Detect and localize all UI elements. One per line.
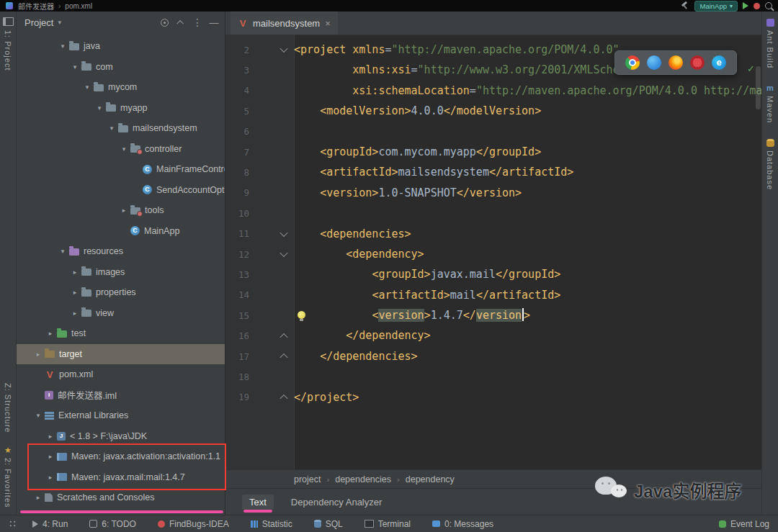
statusbar-item-todo[interactable]: 6: TODO bbox=[89, 519, 136, 529]
statusbar-item-terminal[interactable]: Terminal bbox=[365, 519, 411, 529]
todo-icon bbox=[89, 520, 97, 528]
editor-scrollbar-thumb[interactable] bbox=[756, 66, 761, 109]
tree-item[interactable]: ▸tools bbox=[16, 200, 225, 221]
run-config-chip[interactable]: MainApp ▾ bbox=[694, 1, 738, 12]
chevron-collapsed-icon[interactable]: ▸ bbox=[33, 351, 43, 358]
chevron-collapsed-icon[interactable]: ▸ bbox=[70, 289, 80, 296]
firefox-icon[interactable] bbox=[669, 55, 683, 70]
safari-icon[interactable] bbox=[647, 55, 661, 70]
code-text: <groupId>javax.mail</groupId> bbox=[294, 264, 560, 284]
statusbar-item-statistic[interactable]: Statistic bbox=[251, 519, 292, 529]
chevron-collapsed-icon[interactable]: ▸ bbox=[45, 433, 55, 440]
chevron-expanded-icon[interactable]: ▾ bbox=[70, 63, 80, 71]
chevron-collapsed-icon[interactable]: ▸ bbox=[45, 330, 55, 337]
line-number: 4 bbox=[225, 85, 249, 96]
tree-item[interactable]: ▾resources bbox=[16, 241, 225, 262]
tree-item[interactable]: ▸properties bbox=[16, 282, 225, 303]
editor-tab-mailsendsystem[interactable]: V mailsendsystem × bbox=[231, 12, 338, 35]
chevron-expanded-icon[interactable]: ▾ bbox=[33, 412, 43, 419]
line-number: 14 bbox=[225, 289, 249, 300]
fold-marker-expanded-icon[interactable] bbox=[249, 224, 294, 244]
tree-item[interactable]: ▾myapp bbox=[16, 98, 225, 119]
tree-item[interactable]: I邮件发送器.iml bbox=[16, 385, 225, 406]
breadcrumb-item[interactable]: dependency bbox=[406, 474, 455, 484]
breadcrumb-item[interactable]: dependencies bbox=[335, 474, 391, 484]
breadcrumb-separator-icon: › bbox=[327, 475, 330, 484]
chevron-expanded-icon[interactable]: ▾ bbox=[119, 145, 129, 153]
toolwindow-button-maven[interactable]: mMaven bbox=[766, 84, 774, 123]
titlebar-crumb[interactable]: pom.xml bbox=[65, 2, 92, 10]
toolwindow-button-1-project[interactable]: 1: Project bbox=[4, 30, 12, 71]
chevron-expanded-icon[interactable]: ▾ bbox=[58, 248, 68, 255]
intention-bulb-icon[interactable] bbox=[298, 311, 305, 319]
code-line: 19</project> bbox=[225, 387, 762, 407]
toolwindow-button-z-structure[interactable]: Z: Structure bbox=[4, 383, 12, 433]
code-editor[interactable]: 2<project xmlns="http://maven.apache.org… bbox=[225, 35, 762, 469]
fold-marker-end-icon[interactable] bbox=[249, 325, 294, 346]
chevron-collapsed-icon[interactable]: ▸ bbox=[70, 269, 80, 276]
scratches-icon bbox=[45, 493, 53, 502]
code-line: 4 xsi:schemaLocation="http://maven.apach… bbox=[225, 81, 762, 101]
tree-item[interactable]: ▸view bbox=[16, 303, 225, 324]
breadcrumb-separator-icon: › bbox=[397, 475, 400, 484]
statusbar-item-messages[interactable]: 0: Messages bbox=[432, 519, 493, 529]
tree-item[interactable]: ▸target bbox=[16, 344, 225, 365]
toolwindow-grid-icon[interactable] bbox=[9, 520, 17, 528]
statusbar-item-event-log[interactable]: Event Log bbox=[719, 519, 769, 529]
toolwindow-button-database[interactable]: Database bbox=[766, 139, 774, 190]
collapse-all-icon[interactable] bbox=[176, 17, 186, 27]
tree-item[interactable]: Vpom.xml bbox=[16, 364, 225, 385]
titlebar-crumb[interactable]: 邮件发送器 bbox=[18, 1, 54, 12]
fold-gutter bbox=[249, 142, 294, 162]
breadcrumb-item[interactable]: project bbox=[294, 474, 321, 484]
fold-marker-end-icon[interactable] bbox=[249, 346, 294, 366]
debug-button-icon[interactable] bbox=[754, 3, 760, 9]
chevron-expanded-icon[interactable]: ▾ bbox=[94, 104, 104, 112]
chevron-collapsed-icon[interactable]: ▸ bbox=[33, 494, 43, 501]
opera-icon[interactable] bbox=[690, 55, 705, 70]
code-text: <dependencies> bbox=[294, 224, 411, 244]
toolwindow-button-2-favorites[interactable]: ★2: Favorites bbox=[4, 446, 12, 508]
close-tab-icon[interactable]: × bbox=[325, 19, 331, 28]
toolwindow-button-ant-build[interactable]: Ant Build bbox=[766, 19, 774, 68]
statusbar-item-run[interactable]: 4: Run bbox=[32, 519, 68, 529]
tree-item[interactable]: CSendAccountOpti bbox=[16, 180, 225, 201]
tab-text[interactable]: Text bbox=[242, 495, 274, 510]
run-button-icon[interactable] bbox=[743, 2, 748, 9]
toolwindow-switcher-icon[interactable] bbox=[3, 17, 14, 26]
tree-item[interactable]: ▸test bbox=[16, 323, 225, 344]
statusbar-label: Statistic bbox=[262, 519, 292, 529]
hide-panel-icon[interactable]: — bbox=[209, 17, 219, 27]
tree-item[interactable]: ▾mycom bbox=[16, 77, 225, 98]
locate-icon[interactable] bbox=[159, 17, 169, 27]
chevron-collapsed-icon[interactable]: ▸ bbox=[119, 207, 129, 214]
tree-item[interactable]: CMainFrameContro bbox=[16, 159, 225, 180]
chevron-expanded-icon[interactable]: ▾ bbox=[82, 84, 92, 91]
statusbar-label: FindBugs-IDEA bbox=[169, 519, 229, 529]
statusbar-item-sql[interactable]: SQL bbox=[314, 519, 343, 529]
build-hammer-icon[interactable] bbox=[681, 2, 689, 9]
statusbar-right: Event Log bbox=[719, 519, 769, 529]
search-icon[interactable] bbox=[765, 2, 772, 9]
chrome-icon[interactable] bbox=[625, 55, 640, 70]
tree-item[interactable]: ▾controller bbox=[16, 139, 225, 160]
chevron-down-icon[interactable]: ▾ bbox=[58, 19, 61, 26]
fold-marker-expanded-icon[interactable] bbox=[249, 244, 294, 264]
statusbar-item-bug[interactable]: FindBugs-IDEA bbox=[158, 519, 229, 529]
tree-item[interactable]: ▾mailsendsystem bbox=[16, 118, 225, 139]
chevron-expanded-icon[interactable]: ▾ bbox=[107, 125, 117, 132]
fold-marker-end-icon[interactable] bbox=[249, 387, 294, 407]
tree-item[interactable]: ▸images bbox=[16, 262, 225, 283]
more-options-icon[interactable]: ⋮ bbox=[192, 17, 202, 27]
tree-item[interactable]: CMainApp bbox=[16, 221, 225, 242]
chevron-collapsed-icon[interactable]: ▸ bbox=[70, 310, 80, 317]
code-text: <version>1.4.7</version> bbox=[294, 305, 530, 325]
tree-item[interactable]: ▸Scratches and Consoles bbox=[16, 487, 225, 508]
chevron-expanded-icon[interactable]: ▾ bbox=[58, 42, 68, 50]
tree-item[interactable]: ▾com bbox=[16, 57, 225, 78]
tree-item[interactable]: ▾java bbox=[16, 36, 225, 57]
tree-item[interactable]: ▾External Libraries bbox=[16, 405, 225, 426]
tab-dependency-analyzer[interactable]: Dependency Analyzer bbox=[284, 495, 389, 510]
edge-icon[interactable]: e bbox=[712, 55, 726, 70]
fold-marker-expanded-icon[interactable] bbox=[249, 40, 294, 60]
